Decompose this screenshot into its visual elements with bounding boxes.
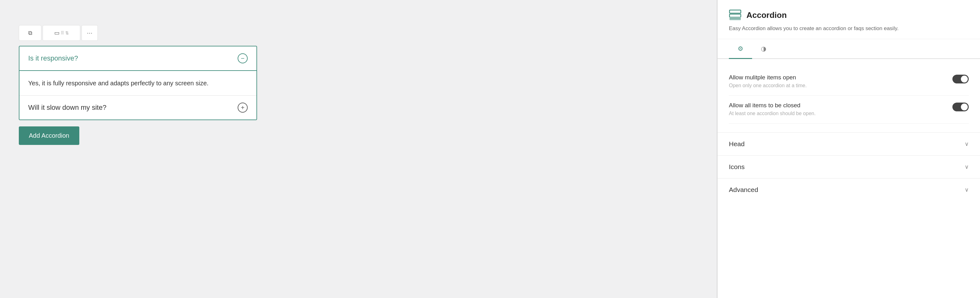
accordion-icon-svg	[729, 9, 741, 21]
accordion-item-2: Will it slow down my site? +	[19, 96, 256, 120]
settings-tab-icon: ⚙	[738, 45, 743, 52]
add-accordion-button[interactable]: Add Accordion	[19, 126, 79, 145]
arrows-icon: ⇅	[65, 30, 69, 35]
panel-title: Accordion	[746, 10, 787, 20]
panel-description: Easy Accordion allows you to create an a…	[729, 24, 969, 33]
svg-rect-0	[730, 10, 741, 13]
head-section: Head ∨	[718, 132, 980, 155]
head-section-label: Head	[729, 140, 745, 148]
accordion-question-2: Will it slow down my site?	[28, 104, 106, 112]
more-options-button[interactable]: ⋯	[81, 25, 98, 41]
panel-title-row: Accordion	[729, 9, 969, 21]
copy-icon: ⧉	[28, 30, 32, 37]
allow-closed-desc: At least one accordion should be open.	[729, 110, 816, 117]
desktop-view-button[interactable]: ▭ ⠿ ⇅	[43, 25, 80, 41]
main-canvas: ⧉ ▭ ⠿ ⇅ ⋯ Is it responsive? − Yes, it is…	[0, 0, 717, 298]
reorder-icon: ⠿	[61, 30, 64, 35]
accordion-collapse-icon-1: −	[238, 53, 248, 63]
accordion-expand-icon-2: +	[238, 103, 248, 113]
advanced-section-label: Advanced	[729, 186, 758, 194]
accordion-widget: Is it responsive? − Yes, it is fully res…	[19, 46, 257, 120]
icons-chevron-icon: ∨	[965, 163, 969, 171]
tab-style[interactable]: ◑	[752, 39, 775, 59]
advanced-section-header[interactable]: Advanced ∨	[718, 178, 980, 201]
accordion-question-1: Is it responsive?	[28, 54, 78, 62]
icons-section: Icons ∨	[718, 155, 980, 178]
accordion-header-2[interactable]: Will it slow down my site? +	[19, 96, 256, 120]
widget-area: ⧉ ▭ ⠿ ⇅ ⋯ Is it responsive? − Yes, it is…	[19, 25, 257, 145]
allow-multiple-toggle[interactable]	[952, 75, 969, 83]
accordion-item-1: Is it responsive? − Yes, it is fully res…	[19, 46, 256, 96]
style-tab-icon: ◑	[761, 45, 766, 52]
head-section-header[interactable]: Head ∨	[718, 133, 980, 155]
accordion-content-1: Yes, it is fully responsive and adapts p…	[19, 71, 256, 96]
panel-header: Accordion Easy Accordion allows you to c…	[718, 0, 980, 39]
tab-settings[interactable]: ⚙	[729, 39, 752, 59]
allow-multiple-text: Allow mulitple items open Open only one …	[729, 74, 807, 89]
icons-section-header[interactable]: Icons ∨	[718, 156, 980, 178]
head-chevron-icon: ∨	[965, 140, 969, 147]
desktop-icon: ▭	[54, 29, 60, 37]
allow-multiple-setting: Allow mulitple items open Open only one …	[729, 68, 969, 96]
allow-closed-toggle[interactable]	[952, 103, 969, 112]
advanced-section: Advanced ∨	[718, 178, 980, 201]
accordion-widget-icon	[729, 9, 741, 21]
advanced-chevron-icon: ∨	[965, 186, 969, 193]
allow-multiple-label: Allow mulitple items open	[729, 74, 807, 81]
allow-closed-setting: Allow all items to be closed At least on…	[729, 96, 969, 124]
right-panel: Accordion Easy Accordion allows you to c…	[717, 0, 980, 298]
widget-toolbar: ⧉ ▭ ⠿ ⇅ ⋯	[19, 25, 257, 41]
icons-section-label: Icons	[729, 163, 745, 171]
more-options-icon: ⋯	[87, 29, 92, 37]
panel-settings-content: Allow mulitple items open Open only one …	[718, 59, 980, 133]
allow-closed-label: Allow all items to be closed	[729, 102, 816, 109]
allow-closed-text: Allow all items to be closed At least on…	[729, 102, 816, 117]
svg-rect-1	[730, 14, 741, 17]
allow-multiple-desc: Open only one accordion at a time.	[729, 82, 807, 89]
copy-button[interactable]: ⧉	[19, 25, 41, 41]
accordion-header-1[interactable]: Is it responsive? −	[19, 46, 256, 71]
panel-tabs: ⚙ ◑	[718, 39, 980, 59]
